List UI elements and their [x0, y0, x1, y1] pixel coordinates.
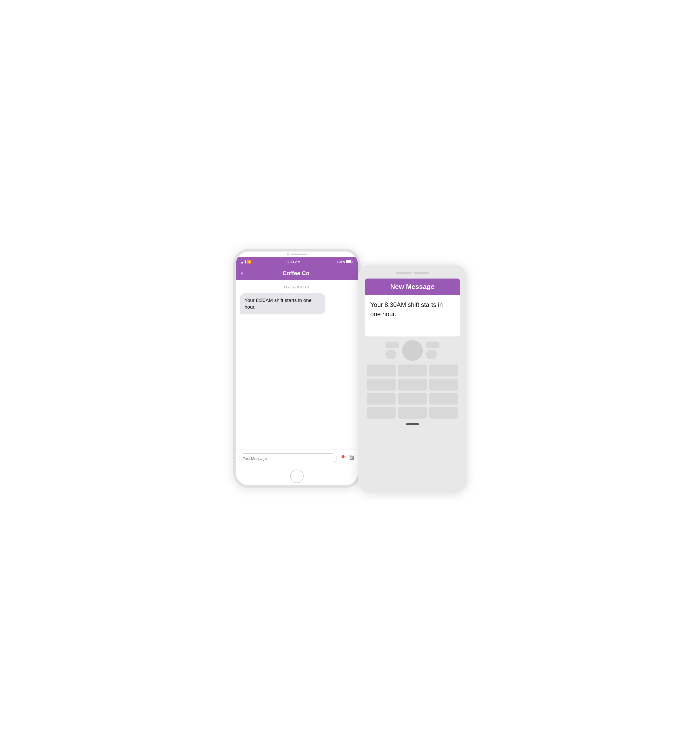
front-camera-icon	[287, 253, 289, 256]
fp-right-soft-key[interactable]	[426, 342, 439, 348]
fp-key-6[interactable]	[429, 378, 458, 390]
battery-percent: 100%	[337, 260, 345, 264]
message-area: Monday 8:05 AM Your 8:30AM shift starts …	[236, 280, 358, 449]
image-icon[interactable]: 🖼	[349, 455, 355, 462]
scene: 📶 9:41 AM 100% ‹ Coffee Co Monday 8:05 A…	[233, 249, 467, 498]
fp-new-message-title: New Message	[390, 283, 434, 290]
fp-dpad[interactable]	[402, 340, 423, 361]
message-timestamp: Monday 8:05 AM	[240, 285, 354, 289]
fp-screen-header: New Message	[365, 278, 460, 295]
fp-key-1[interactable]	[367, 364, 395, 377]
status-right: 100%	[337, 260, 353, 264]
signal-icon	[241, 260, 246, 263]
fp-key-hash[interactable]	[429, 407, 458, 419]
fp-key-3[interactable]	[429, 364, 458, 377]
fp-key-5[interactable]	[398, 378, 427, 390]
fp-keypad	[365, 364, 460, 419]
phone-notch	[236, 251, 358, 257]
fp-key-9[interactable]	[429, 393, 458, 405]
fp-key-row-2	[365, 378, 460, 390]
fp-nav-row	[365, 340, 460, 361]
feature-phone-screen: New Message Your 8:30AM shift starts in …	[365, 278, 460, 336]
fp-key-4[interactable]	[367, 378, 395, 390]
fp-nav-right	[426, 342, 439, 359]
location-icon[interactable]: 📍	[339, 455, 347, 462]
earpiece-icon	[291, 254, 307, 255]
fp-key-row-1	[365, 364, 460, 377]
speaker-bar-left	[396, 272, 412, 274]
back-button[interactable]: ‹	[241, 270, 243, 277]
fp-nav-left	[385, 342, 399, 359]
fp-bottom-bar	[406, 423, 419, 425]
fp-left-soft-key[interactable]	[385, 342, 399, 348]
battery-icon	[346, 260, 353, 263]
feature-phone: New Message Your 8:30AM shift starts in …	[358, 265, 467, 493]
fp-key-row-4	[365, 407, 460, 419]
status-left: 📶	[241, 260, 251, 264]
fp-message-text: Your 8:30AM shift starts in one hour.	[370, 301, 443, 318]
smartphone: 📶 9:41 AM 100% ‹ Coffee Co Monday 8:05 A…	[233, 249, 361, 488]
chat-title: Coffee Co	[247, 270, 345, 277]
clock-time: 9:41 AM	[288, 260, 300, 264]
fp-key-7[interactable]	[367, 393, 395, 405]
fp-screen-body: Your 8:30AM shift starts in one hour.	[365, 295, 460, 336]
input-bar: 📍 🖼	[236, 449, 358, 467]
fp-key-8[interactable]	[398, 393, 427, 405]
fp-key-0[interactable]	[398, 407, 427, 419]
status-bar: 📶 9:41 AM 100%	[236, 257, 358, 266]
home-button[interactable]	[290, 470, 304, 483]
fp-key-star[interactable]	[367, 407, 395, 419]
speaker-grille	[396, 272, 429, 274]
fp-key-row-3	[365, 393, 460, 405]
home-area	[236, 467, 358, 485]
fp-right-end-key[interactable]	[426, 350, 437, 359]
fp-key-2[interactable]	[398, 364, 427, 377]
message-bubble: Your 8:30AM shift starts in one hour.	[240, 293, 326, 315]
nav-bar: ‹ Coffee Co	[236, 266, 358, 280]
text-message-input[interactable]	[239, 454, 337, 463]
speaker-bar-right	[413, 272, 429, 274]
wifi-icon: 📶	[247, 260, 251, 264]
fp-left-call-key[interactable]	[385, 350, 396, 359]
